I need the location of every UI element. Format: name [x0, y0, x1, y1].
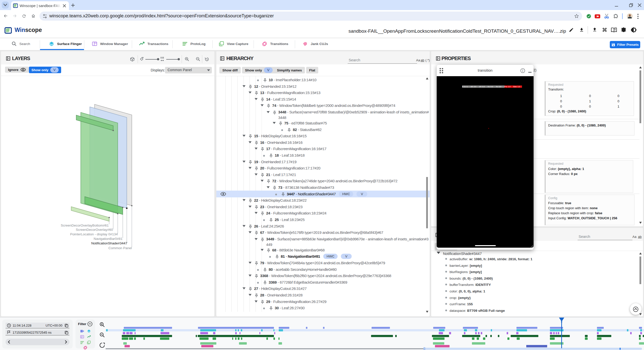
svg-text:ScreenDecorOverlay#60: ScreenDecorOverlay#60: [76, 228, 113, 232]
svg-text:NavigationBar0#81: NavigationBar0#81: [94, 237, 123, 241]
svg-text:Common Panel: Common Panel: [108, 246, 132, 250]
svg-text:ScreenDecorOverlayBottom#61: ScreenDecorOverlayBottom#61: [61, 224, 109, 227]
svg-text:NotificationShade#3447: NotificationShade#3447: [91, 241, 127, 245]
svg-text:PointerLocation - display 0#13: PointerLocation - display 0#134: [70, 232, 118, 236]
